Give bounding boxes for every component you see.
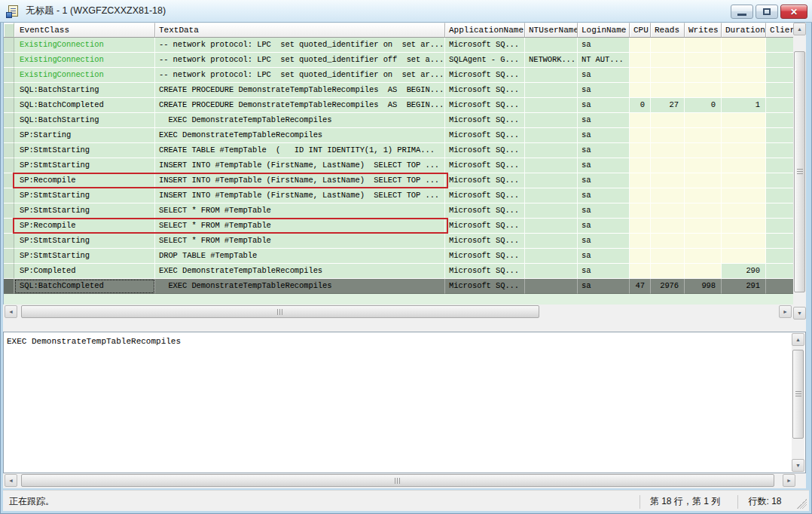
cell-writes[interactable] [685,188,722,203]
cell-clier[interactable] [766,98,794,113]
cell-clier[interactable] [766,38,794,53]
cell-event[interactable]: SP:StmtStarting [14,158,155,173]
cell-reads[interactable] [651,83,685,98]
cell-event[interactable]: SP:Recompile [14,173,155,188]
cell-ntuser[interactable] [525,38,578,53]
cell-cpu[interactable] [630,68,651,83]
table-row[interactable]: SP:StmtStartingCREATE TABLE #TempTable (… [4,143,794,158]
cell-reads[interactable] [651,173,685,188]
row-selector[interactable] [4,188,14,203]
cell-clier[interactable] [766,188,794,203]
minimize-button[interactable] [731,5,753,19]
cell-cpu[interactable]: 47 [630,279,651,294]
cell-ntuser[interactable] [525,219,578,234]
cell-clier[interactable] [766,264,794,279]
cell-ntuser[interactable] [525,249,578,264]
cell-text[interactable]: SELECT * FROM #TempTable [155,203,445,219]
cell-text[interactable]: INSERT INTO #TempTable (FirstName, LastN… [155,158,445,173]
cell-duration[interactable]: 291 [722,279,766,294]
cell-ntuser[interactable] [525,113,578,128]
cell-writes[interactable] [685,53,722,68]
cell-login[interactable]: sa [578,113,630,128]
grid-hscroll-thumb[interactable] [21,305,539,318]
cell-reads[interactable] [651,68,685,83]
row-selector[interactable] [4,264,14,279]
cell-duration[interactable] [722,38,766,53]
cell-login[interactable]: sa [578,219,630,234]
cell-duration[interactable] [722,83,766,98]
cell-app[interactable]: Microsoft SQ... [445,234,525,249]
header-ntusername[interactable]: NTUserName [525,23,578,38]
cell-ntuser[interactable] [525,83,578,98]
cell-reads[interactable] [651,249,685,264]
cell-ntuser[interactable] [525,264,578,279]
row-selector[interactable] [4,38,14,53]
header-cpu[interactable]: CPU [630,23,651,38]
table-row[interactable]: SQL:BatchStartingCREATE PROCEDURE Demons… [4,83,794,98]
cell-event[interactable]: SP:StmtStarting [14,203,155,219]
scroll-left-icon[interactable]: ◄ [5,474,17,487]
cell-reads[interactable] [651,113,685,128]
cell-event[interactable]: SP:StmtStarting [14,234,155,249]
cell-app[interactable]: Microsoft SQ... [445,188,525,203]
cell-text[interactable]: SELECT * FROM #TempTable [155,234,445,249]
cell-reads[interactable] [651,203,685,219]
header-textdata[interactable]: TextData [155,23,445,38]
cell-writes[interactable] [685,158,722,173]
cell-ntuser[interactable] [525,234,578,249]
header-writes[interactable]: Writes [685,23,722,38]
cell-cpu[interactable] [630,83,651,98]
cell-app[interactable]: Microsoft SQ... [445,128,525,143]
cell-app[interactable]: Microsoft SQ... [445,219,525,234]
cell-text[interactable]: SELECT * FROM #TempTable [155,219,445,234]
cell-writes[interactable] [685,38,722,53]
row-selector[interactable] [4,128,14,143]
cell-login[interactable]: sa [578,279,630,294]
cell-reads[interactable] [651,38,685,53]
cell-duration[interactable]: 290 [722,264,766,279]
resize-grip[interactable] [797,499,807,509]
cell-event[interactable]: SP:Starting [14,128,155,143]
table-row[interactable]: SP:RecompileINSERT INTO #TempTable (Firs… [4,173,794,188]
detail-vscroll-thumb[interactable] [792,350,804,439]
cell-duration[interactable]: 1 [722,98,766,113]
cell-cpu[interactable] [630,219,651,234]
cell-login[interactable]: sa [578,128,630,143]
cell-text[interactable]: -- network protocol: LPC set quoted_iden… [155,53,445,68]
cell-duration[interactable] [722,188,766,203]
cell-app[interactable]: Microsoft SQ... [445,113,525,128]
table-row[interactable]: SP:StartingEXEC DemonstrateTempTableReco… [4,128,794,143]
cell-clier[interactable] [766,249,794,264]
cell-writes[interactable] [685,143,722,158]
cell-event[interactable]: SQL:BatchCompleted [14,98,155,113]
cell-ntuser[interactable] [525,128,578,143]
cell-duration[interactable] [722,249,766,264]
table-row[interactable]: SP:StmtStartingSELECT * FROM #TempTableM… [4,203,794,219]
scroll-up-icon[interactable]: ▲ [793,23,806,35]
cell-app[interactable]: Microsoft SQ... [445,249,525,264]
cell-writes[interactable] [685,128,722,143]
cell-writes[interactable]: 0 [685,98,722,113]
cell-duration[interactable] [722,128,766,143]
cell-app[interactable]: Microsoft SQ... [445,68,525,83]
row-selector[interactable] [4,83,14,98]
cell-event[interactable]: ExistingConnection [14,68,155,83]
cell-ntuser[interactable] [525,68,578,83]
table-row[interactable]: SP:StmtStartingSELECT * FROM #TempTableM… [4,234,794,249]
cell-event[interactable]: SQL:BatchCompleted [14,279,155,294]
cell-cpu[interactable] [630,143,651,158]
cell-app[interactable]: Microsoft SQ... [445,158,525,173]
cell-duration[interactable] [722,234,766,249]
cell-writes[interactable] [685,68,722,83]
cell-cpu[interactable] [630,173,651,188]
table-row[interactable]: SQL:BatchStarting EXEC DemonstrateTempTa… [4,113,794,128]
cell-reads[interactable] [651,158,685,173]
cell-text[interactable]: DROP TABLE #TempTable [155,249,445,264]
table-row[interactable]: SP:StmtStartingINSERT INTO #TempTable (F… [4,158,794,173]
cell-ntuser[interactable] [525,188,578,203]
cell-duration[interactable] [722,173,766,188]
table-row[interactable]: SQL:BatchCompleted EXEC DemonstrateTempT… [4,279,794,294]
grid-horizontal-scrollbar[interactable]: ◄ ► [3,304,793,320]
scroll-down-icon[interactable]: ▼ [792,459,804,472]
table-row[interactable]: SQL:BatchCompletedCREATE PROCEDURE Demon… [4,98,794,113]
